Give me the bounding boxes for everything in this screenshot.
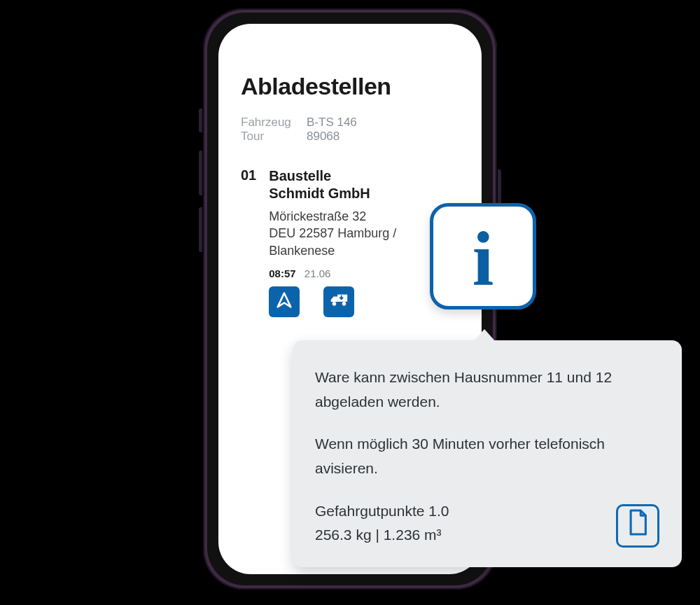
stop-time: 08:57: [269, 267, 295, 279]
stop-number: 01: [241, 167, 256, 317]
vehicle-label: Fahrzeug: [241, 116, 307, 130]
info-button[interactable]: i: [430, 203, 536, 310]
tour-label: Tour: [241, 130, 307, 144]
stop-name-line1: Baustelle: [269, 168, 331, 183]
info-popup-note2: Wenn möglich 30 Minuten vorher telefonis…: [315, 432, 659, 480]
svg-point-1: [332, 302, 337, 306]
info-icon: i: [472, 221, 494, 298]
documents-button[interactable]: [616, 504, 659, 548]
weight-volume: 256.3 kg | 1.236 m³: [315, 523, 449, 548]
svg-point-2: [342, 302, 346, 306]
navigate-icon: [274, 291, 294, 313]
tour-meta: Fahrzeug B-TS 146 Tour 89068: [241, 116, 459, 144]
document-icon: [626, 508, 650, 544]
info-popup-metrics: Gefahrgutpunkte 1.0 256.3 kg | 1.236 m³: [315, 499, 449, 548]
stop-name-line2: Schmidt GmbH: [269, 186, 370, 201]
stop-city: DEU 22587 Hamburg / Blankenese: [269, 226, 396, 257]
info-popup-note1: Ware kann zwischen Hausnummer 11 und 12 …: [315, 366, 659, 414]
stop-date: 21.06: [304, 267, 331, 279]
info-popup: Ware kann zwischen Hausnummer 11 und 12 …: [293, 340, 682, 567]
page-title: Abladestellen: [241, 73, 459, 100]
unload-button[interactable]: [323, 286, 354, 317]
tour-value: 89068: [307, 130, 340, 144]
stop-name: Baustelle Schmidt GmbH: [269, 167, 459, 202]
phone-volume-down: [199, 207, 202, 252]
truck-unload-icon: [328, 290, 349, 314]
phone-volume-up: [199, 151, 202, 195]
stop-street: Mörickestraße 32: [269, 209, 366, 223]
navigate-button[interactable]: [269, 286, 300, 317]
phone-mute-switch: [199, 109, 202, 132]
hazard-points: Gefahrgutpunkte 1.0: [315, 499, 449, 524]
stop-item[interactable]: 01 Baustelle Schmidt GmbH Mörickestraße …: [241, 167, 459, 317]
vehicle-value: B-TS 146: [307, 116, 357, 130]
